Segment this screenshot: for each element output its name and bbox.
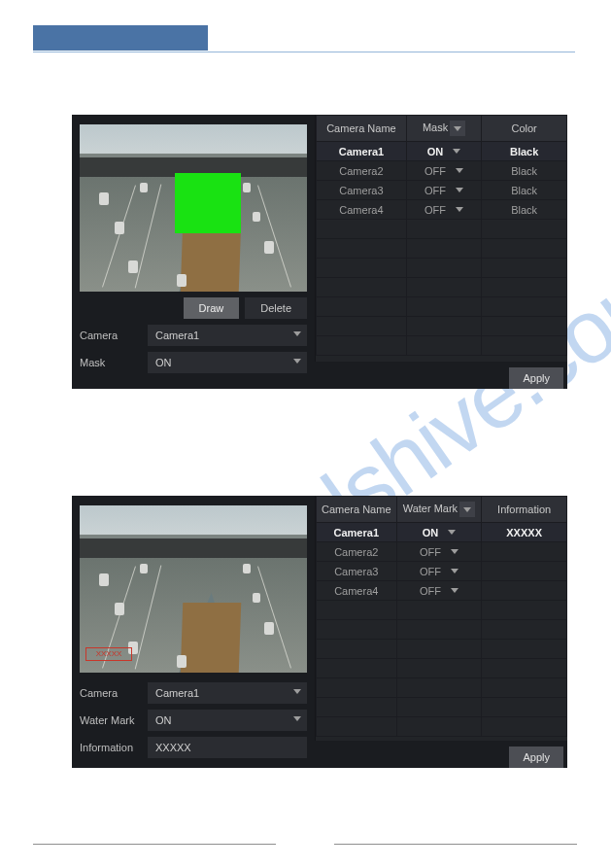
watermark-table: Camera Name Water Mark Information Camer… [316,496,567,737]
chevron-down-icon [456,207,463,212]
table-row[interactable]: Camera4OFF [317,581,567,601]
camera-label: Camera [80,330,142,341]
col-color[interactable]: Color [482,116,567,142]
cell-mask[interactable]: ON [406,142,481,161]
col-watermark[interactable]: Water Mark [396,497,482,523]
apply-button[interactable]: Apply [509,746,563,768]
cell-color[interactable]: Black [482,181,567,200]
col-mask[interactable]: Mask [406,116,481,142]
table-row [317,659,567,678]
table-row [317,259,567,278]
chevron-down-icon [451,569,458,573]
table-row[interactable]: Camera2OFF [317,542,567,562]
information-field[interactable]: XXXXX [148,737,307,758]
watermark-overlay[interactable]: XXXXX [85,647,132,661]
table-row [317,717,567,737]
mask-region[interactable] [175,173,241,233]
table-row [317,640,567,659]
mask-select[interactable]: ON [148,352,307,373]
chevron-down-icon [456,188,463,192]
cell-camera: Camera1 [317,523,397,542]
page-header [33,25,575,52]
chevron-down-icon [451,549,458,554]
mask-label: Mask [80,357,142,368]
cell-color[interactable]: Black [482,161,567,181]
cell-information[interactable] [482,562,567,581]
cell-watermark[interactable]: OFF [396,581,482,601]
chevron-down-icon [448,530,456,535]
information-value: XXXXX [155,742,191,753]
table-row [317,317,567,336]
mask-value: ON [155,357,172,368]
cell-camera: Camera3 [317,562,397,581]
watermark-label: Water Mark [80,714,142,726]
table-row [317,601,567,620]
table-row[interactable]: Camera4OFFBlack [317,200,567,220]
chevron-down-icon [293,359,301,364]
cell-camera: Camera2 [317,161,407,181]
col-camera[interactable]: Camera Name [317,116,407,142]
col-camera[interactable]: Camera Name [317,497,397,523]
apply-button[interactable]: Apply [509,367,563,389]
chevron-down-icon [454,126,461,131]
cell-mask[interactable]: OFF [406,161,481,181]
preview-mask[interactable] [80,124,307,292]
chevron-down-icon [453,149,460,154]
cell-mask[interactable]: OFF [406,200,481,220]
delete-button[interactable]: Delete [245,297,307,319]
cell-watermark[interactable]: OFF [396,542,482,562]
cell-watermark[interactable]: ON [396,523,482,542]
header-accent [33,25,208,51]
camera-label: Camera [80,687,142,699]
chevron-down-icon [293,689,301,694]
panel-mask: Draw Delete Camera Camera1 Mask ON Camer… [72,115,567,389]
draw-button[interactable]: Draw [184,297,240,319]
table-row [317,698,567,717]
chevron-down-icon [463,507,471,512]
table-row [317,239,567,259]
cell-color[interactable]: Black [482,142,567,161]
cell-information[interactable]: XXXXX [482,523,567,542]
chevron-down-icon [451,588,458,593]
cell-color[interactable]: Black [482,200,567,220]
chevron-down-icon [293,716,301,721]
panel-watermark: XXXXX Camera Camera1 Water Mark ON Infor… [72,496,567,768]
mask-table: Camera Name Mask Color Camera1ONBlackCam… [316,115,567,356]
cell-information[interactable] [482,542,567,562]
camera-select[interactable]: Camera1 [148,682,307,704]
camera-value: Camera1 [155,330,199,341]
cell-camera: Camera3 [317,181,407,200]
table-row [317,678,567,698]
preview-watermark[interactable]: XXXXX [80,505,307,673]
camera-value: Camera1 [155,687,199,699]
cell-watermark[interactable]: OFF [396,562,482,581]
information-label: Information [80,742,142,753]
camera-select[interactable]: Camera1 [148,325,307,346]
cell-camera: Camera4 [317,200,407,220]
cell-information[interactable] [482,581,567,601]
table-row [317,620,567,640]
table-row[interactable]: Camera3OFF [317,562,567,581]
footer-rules [33,844,577,845]
chevron-down-icon [293,331,301,336]
table-row [317,220,567,239]
table-row [317,278,567,297]
watermark-value: ON [155,714,172,726]
chevron-down-icon [456,168,463,173]
table-row[interactable]: Camera3OFFBlack [317,181,567,200]
cell-camera: Camera4 [317,581,397,601]
table-row [317,297,567,317]
col-information[interactable]: Information [482,497,567,523]
cell-camera: Camera1 [317,142,407,161]
cell-camera: Camera2 [317,542,397,562]
table-row [317,336,567,356]
cell-mask[interactable]: OFF [406,181,481,200]
table-row[interactable]: Camera2OFFBlack [317,161,567,181]
watermark-select[interactable]: ON [148,710,307,731]
table-row[interactable]: Camera1ONBlack [317,142,567,161]
table-row[interactable]: Camera1ONXXXXX [317,523,567,542]
